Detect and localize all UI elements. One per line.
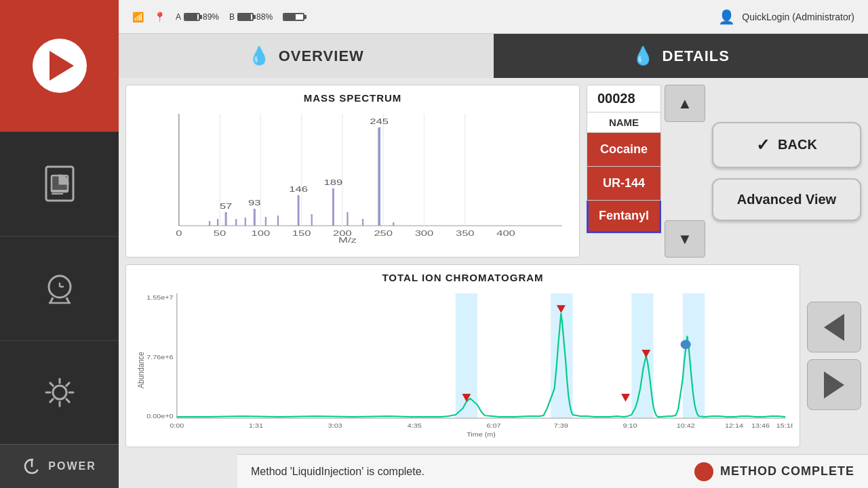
action-buttons: ✓ BACK Advanced View	[712, 85, 861, 258]
svg-text:0:00: 0:00	[170, 422, 184, 429]
chromatogram-chart: Abundance 1.55e+7 7.76e+6 0.00e+0	[133, 287, 793, 438]
battery-a-label: A	[176, 12, 181, 22]
svg-text:4:35: 4:35	[408, 422, 422, 429]
tab-details[interactable]: 💧 DETAILS	[494, 34, 869, 78]
svg-marker-66	[621, 394, 630, 402]
arrow-down-button[interactable]: ▼	[665, 220, 705, 258]
tab-overview[interactable]: 💧 OVERVIEW	[119, 34, 494, 78]
sidebar-item-settings[interactable]	[0, 340, 119, 445]
svg-text:6:07: 6:07	[486, 422, 500, 429]
svg-text:Abundance: Abundance	[137, 352, 146, 388]
status-bar-right: 👤 QuickLogin (Administrator)	[718, 9, 854, 25]
username-label: QuickLogin (Administrator)	[742, 12, 854, 22]
svg-point-10	[53, 386, 66, 399]
mass-spectrum-title: MASS SPECTRUM	[133, 92, 572, 104]
svg-text:400: 400	[496, 229, 515, 238]
tab-bar: 💧 OVERVIEW 💧 DETAILS	[119, 34, 868, 78]
play-triangle-icon	[50, 51, 74, 81]
svg-text:100: 100	[252, 229, 271, 238]
overview-drop-icon: 💧	[248, 45, 271, 66]
mass-spectrum-chart: 0 50 100 150 200 250 300 350 400 M/z	[133, 107, 572, 243]
svg-text:350: 350	[456, 229, 475, 238]
battery-b-percent: 88%	[256, 12, 273, 22]
user-icon: 👤	[718, 9, 735, 25]
wifi-icon: 📶	[132, 12, 144, 22]
back-button[interactable]: ✓ BACK	[712, 122, 861, 168]
result-item-ur144[interactable]: UR-144	[587, 167, 661, 201]
results-section: 00028 NAME Cocaine UR-144 Fentanyl ▲ ▼	[587, 85, 705, 258]
back-button-label: BACK	[778, 137, 817, 152]
result-id: 00028	[587, 85, 661, 113]
battery-extra-icon	[283, 13, 304, 21]
details-drop-icon: 💧	[632, 45, 654, 66]
svg-text:250: 250	[374, 229, 393, 238]
nav-left-button[interactable]	[807, 302, 861, 352]
method-complete: METHOD COMPLETE	[694, 462, 854, 481]
sidebar: POWER	[0, 0, 119, 488]
power-label: POWER	[48, 460, 96, 472]
complete-dot-icon	[694, 462, 713, 481]
battery-b: B 88%	[229, 12, 273, 22]
svg-text:15:18: 15:18	[776, 422, 793, 429]
svg-text:300: 300	[415, 229, 434, 238]
settings-icon	[39, 372, 80, 413]
nav-right-button[interactable]	[807, 359, 861, 410]
result-name-header: NAME	[587, 113, 661, 133]
svg-text:57: 57	[220, 202, 233, 211]
main-content: 💧 OVERVIEW 💧 DETAILS MASS SPECTRUM	[119, 34, 868, 488]
svg-text:13:46: 13:46	[751, 422, 770, 429]
status-bar: 📶 📍 A 89% B 88% 👤 QuickLogin (Administra…	[0, 0, 868, 34]
svg-text:93: 93	[248, 199, 261, 207]
sidebar-item-diagnostics[interactable]	[0, 236, 119, 340]
svg-text:146: 146	[289, 185, 308, 194]
tab-overview-label: OVERVIEW	[279, 47, 364, 65]
svg-text:50: 50	[214, 229, 226, 238]
svg-text:1.55e+7: 1.55e+7	[146, 294, 174, 301]
battery-a-percent: 89%	[203, 12, 219, 22]
status-bar-bottom: Method 'LiquidInjection' is complete. ME…	[237, 454, 868, 488]
svg-text:7:39: 7:39	[554, 422, 568, 429]
arrow-up-button[interactable]: ▲	[665, 85, 705, 122]
power-icon	[22, 457, 41, 476]
location-icon: 📍	[154, 12, 165, 22]
svg-text:10:42: 10:42	[677, 422, 695, 429]
right-nav	[807, 264, 861, 447]
status-message: Method 'LiquidInjection' is complete.	[251, 466, 425, 478]
results-list: 00028 NAME Cocaine UR-144 Fentanyl	[587, 85, 661, 258]
mass-spectrum-panel: MASS SPECTRUM 0 50 100 150 200 250 300 3…	[125, 85, 580, 258]
result-item-cocaine[interactable]: Cocaine	[587, 133, 661, 167]
svg-text:7.76e+6: 7.76e+6	[146, 353, 174, 360]
nav-arrows: ▲ ▼	[665, 85, 705, 258]
battery-b-label: B	[229, 12, 235, 22]
play-circle	[33, 39, 87, 93]
battery-a: A 89%	[176, 12, 219, 22]
power-button[interactable]: POWER	[0, 444, 119, 488]
status-bar-left: 📶 📍 A 89% B 88%	[132, 12, 304, 22]
left-arrow-icon	[824, 314, 844, 341]
chromatogram-title: TOTAL ION CHROMATOGRAM	[133, 272, 793, 283]
svg-text:Time (m): Time (m)	[467, 431, 496, 438]
play-button[interactable]	[0, 0, 119, 131]
svg-rect-60	[631, 293, 653, 418]
sidebar-item-reports[interactable]	[0, 131, 119, 236]
svg-text:12:14: 12:14	[725, 422, 743, 429]
svg-text:0: 0	[176, 229, 182, 238]
diagnostics-icon	[39, 268, 80, 308]
advanced-view-label: Advanced View	[737, 192, 836, 207]
svg-text:150: 150	[292, 229, 311, 238]
tab-details-label: DETAILS	[663, 47, 730, 65]
advanced-view-button[interactable]: Advanced View	[712, 178, 861, 221]
svg-text:M/z: M/z	[338, 236, 357, 243]
svg-text:9:10: 9:10	[623, 422, 637, 429]
svg-text:0.00e+0: 0.00e+0	[146, 412, 174, 419]
svg-text:3:03: 3:03	[328, 422, 342, 429]
svg-text:1:31: 1:31	[249, 422, 263, 429]
svg-point-65	[681, 340, 691, 350]
reports-icon	[39, 163, 80, 204]
chromatogram-panel: TOTAL ION CHROMATOGRAM Abundance 1.55e+7…	[125, 264, 800, 447]
svg-text:189: 189	[324, 178, 343, 187]
svg-text:245: 245	[370, 117, 389, 126]
result-item-fentanyl[interactable]: Fentanyl	[587, 201, 661, 233]
check-icon: ✓	[756, 136, 770, 155]
right-arrow-icon	[824, 371, 844, 399]
